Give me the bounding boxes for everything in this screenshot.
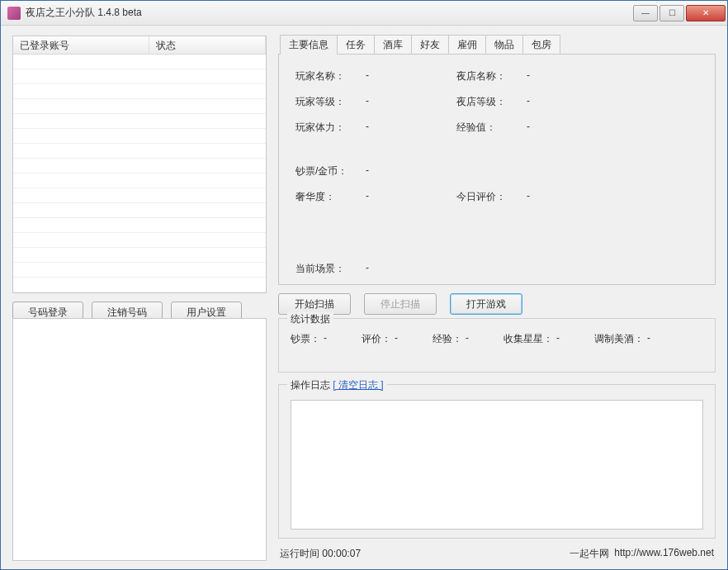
status-bar: 运行时间 00:00:07 一起牛网 http://www.176web.net (278, 547, 716, 561)
titlebar[interactable]: 夜店之王小分队 1.4.8 beta — ☐ ✕ (1, 1, 727, 26)
tab-cellar[interactable]: 酒库 (374, 35, 412, 55)
stamina-value: - (366, 121, 448, 135)
stat-exp-value: - (466, 332, 469, 346)
stat-rating-label: 评价： (362, 332, 391, 346)
club-level-value: - (527, 95, 576, 109)
tab-items[interactable]: 物品 (485, 35, 523, 55)
client-area: 已登录账号 状态 号码登录 注销号码 用户设置 (1, 26, 727, 569)
close-button[interactable]: ✕ (686, 5, 726, 21)
luxury-label: 奢华度： (295, 190, 357, 204)
player-name-value: - (366, 69, 448, 83)
club-level-label: 夜店等级： (456, 95, 518, 109)
log-textarea[interactable] (291, 400, 703, 530)
stat-bills-label: 钞票： (291, 332, 320, 346)
tab-tasks[interactable]: 任务 (337, 35, 375, 55)
open-game-button[interactable]: 打开游戏 (450, 293, 522, 315)
app-icon (7, 7, 21, 20)
tab-hire[interactable]: 雇佣 (448, 35, 486, 55)
site-url[interactable]: http://www.176web.net (614, 547, 714, 561)
runtime-value: 00:00:07 (322, 548, 361, 559)
today-rating-label: 今日评价： (456, 190, 518, 204)
table-body[interactable] (13, 55, 266, 292)
stat-bills-value: - (324, 332, 327, 346)
club-name-value: - (527, 69, 576, 83)
stat-exp-label: 经验： (433, 332, 462, 346)
runtime-label: 运行时间 (280, 548, 322, 559)
stamina-label: 玩家体力： (295, 121, 357, 135)
stats-group-title: 统计数据 (287, 312, 333, 326)
tab-panel-main-info: 玩家名称： - 夜店名称： - 玩家等级： - 夜店等级： - 玩家体力： - … (278, 54, 716, 285)
stat-wine-label: 调制美酒： (594, 332, 644, 346)
exp-label: 经验值： (456, 121, 518, 135)
money-value: - (366, 164, 448, 178)
money-label: 钞票/金币： (295, 164, 357, 178)
col-account[interactable]: 已登录账号 (13, 36, 149, 54)
scene-label: 当前场景： (295, 262, 357, 276)
clear-log-link[interactable]: [ 清空日志 ] (333, 379, 383, 391)
player-level-label: 玩家等级： (295, 95, 357, 109)
today-rating-value: - (527, 190, 576, 204)
window-title: 夜店之王小分队 1.4.8 beta (26, 6, 632, 20)
tab-rooms[interactable]: 包房 (522, 35, 560, 55)
left-output-box[interactable] (12, 318, 267, 561)
stop-scan-button: 停止扫描 (364, 293, 437, 315)
site-name: 一起牛网 (570, 547, 609, 561)
stat-stars-value: - (556, 332, 560, 346)
log-group: 操作日志 [ 清空日志 ] (278, 384, 716, 539)
scene-value: - (366, 262, 448, 276)
luxury-value: - (366, 190, 448, 204)
exp-value: - (527, 121, 576, 135)
tab-bar: 主要信息 任务 酒库 好友 雇佣 物品 包房 (280, 36, 716, 54)
log-group-title: 操作日志 [ 清空日志 ] (287, 378, 387, 392)
club-name-label: 夜店名称： (456, 69, 518, 83)
minimize-button[interactable]: — (633, 5, 658, 21)
accounts-table[interactable]: 已登录账号 状态 (12, 36, 267, 293)
stat-rating-value: - (395, 332, 398, 346)
player-level-value: - (366, 95, 448, 109)
stats-group: 统计数据 钞票：- 评价：- 经验：- 收集星星：- 调制美酒：- (278, 318, 716, 373)
col-status[interactable]: 状态 (149, 36, 266, 54)
stat-wine-value: - (647, 332, 650, 346)
tab-main-info[interactable]: 主要信息 (280, 35, 338, 55)
tab-friends[interactable]: 好友 (411, 35, 449, 55)
app-window: 夜店之王小分队 1.4.8 beta — ☐ ✕ 已登录账号 状态 (0, 0, 728, 570)
stat-stars-label: 收集星星： (503, 332, 553, 346)
log-title-text: 操作日志 (291, 379, 333, 391)
player-name-label: 玩家名称： (295, 69, 357, 83)
maximize-button[interactable]: ☐ (659, 5, 684, 21)
